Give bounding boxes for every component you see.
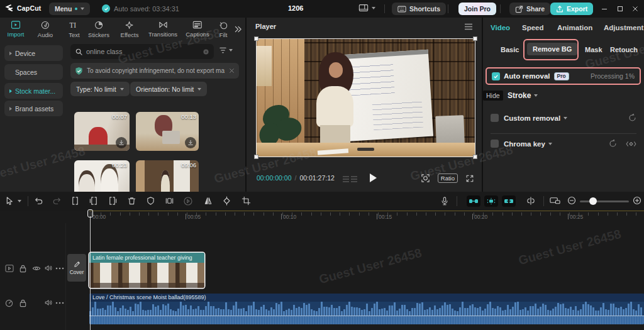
tab-animation[interactable]: Animation bbox=[557, 24, 592, 31]
fullscreen-icon[interactable] bbox=[465, 174, 474, 183]
export-button[interactable]: Export bbox=[550, 3, 593, 15]
select-tool-button[interactable] bbox=[5, 196, 21, 206]
tab-video[interactable]: Video bbox=[491, 24, 510, 31]
sidebar-item-brand-assets[interactable]: Brand assets bbox=[4, 101, 63, 116]
video-preview[interactable] bbox=[257, 39, 475, 157]
record-voiceover-button[interactable] bbox=[440, 196, 449, 206]
share-button[interactable]: Share bbox=[509, 3, 550, 15]
subtab-mask[interactable]: Mask bbox=[585, 46, 602, 53]
stock-clip[interactable]: 09:06 bbox=[136, 160, 199, 192]
close-notice-icon[interactable] bbox=[229, 68, 235, 74]
tab-stickers[interactable]: Stickers bbox=[88, 21, 109, 38]
preview-quality-icon[interactable] bbox=[421, 173, 430, 183]
tab-filters[interactable]: Filt bbox=[219, 21, 228, 38]
lock-track-button[interactable] bbox=[19, 299, 27, 307]
join-pro-button[interactable]: Join Pro bbox=[458, 3, 496, 15]
menu-button[interactable]: Menu bbox=[49, 3, 90, 15]
clear-search-icon[interactable] bbox=[203, 49, 209, 55]
tab-text[interactable]: TI Text bbox=[69, 21, 79, 38]
search-input[interactable]: online class bbox=[70, 44, 214, 59]
close-button[interactable] bbox=[632, 6, 638, 12]
split-view-button[interactable] bbox=[526, 196, 536, 206]
orientation-filter-dropdown[interactable]: Orientation: No limit bbox=[130, 82, 207, 96]
delete-button[interactable] bbox=[127, 196, 136, 206]
maximize-button[interactable] bbox=[617, 6, 623, 12]
stock-clip[interactable]: 00:07 bbox=[74, 112, 130, 151]
rotate-button[interactable] bbox=[222, 196, 231, 206]
mute-track-button[interactable] bbox=[44, 299, 53, 307]
color-picker-icon[interactable] bbox=[626, 140, 636, 148]
subtab-basic[interactable]: Basic bbox=[501, 46, 519, 53]
play-button[interactable] bbox=[370, 173, 377, 182]
tab-effects[interactable]: Effects bbox=[121, 21, 139, 38]
sidebar-item-stock-materials[interactable]: Stock mater... bbox=[4, 83, 63, 99]
zoom-in-button[interactable] bbox=[633, 196, 641, 205]
playhead-handle[interactable] bbox=[87, 209, 93, 217]
sidebar-item-spaces[interactable]: Spaces bbox=[4, 64, 63, 80]
video-clip[interactable]: Latin female professional teacher giving bbox=[89, 253, 204, 288]
audio-clip[interactable]: Love / Christmas scene Moist ballad(8955… bbox=[89, 294, 644, 324]
chroma-key-dropdown[interactable]: Chroma key bbox=[504, 140, 552, 148]
layout-button[interactable] bbox=[358, 4, 375, 12]
tab-import[interactable]: Import bbox=[8, 21, 25, 38]
stock-clip[interactable]: 00:13 bbox=[136, 112, 199, 151]
selection-handle[interactable] bbox=[473, 155, 477, 159]
reset-icon[interactable] bbox=[609, 140, 617, 148]
split-button[interactable] bbox=[70, 196, 80, 206]
stroke-dropdown[interactable]: Stroke bbox=[508, 91, 538, 100]
selection-handle[interactable] bbox=[254, 155, 258, 159]
mirror-button[interactable] bbox=[203, 196, 213, 206]
more-track-options-button[interactable] bbox=[55, 302, 64, 304]
tab-captions[interactable]: Captions bbox=[186, 21, 209, 38]
timeline-view-button[interactable] bbox=[550, 196, 560, 205]
shortcuts-button[interactable]: Shortcuts bbox=[392, 3, 446, 15]
mute-track-button[interactable] bbox=[44, 264, 53, 272]
subtab-remove-bg[interactable]: Remove BG bbox=[527, 43, 577, 55]
link-toggle[interactable] bbox=[502, 195, 516, 207]
redo-button[interactable] bbox=[52, 196, 62, 206]
freeze-frame-button[interactable] bbox=[183, 196, 193, 206]
filter-sort-button[interactable] bbox=[219, 47, 233, 54]
auto-attach-toggle[interactable] bbox=[467, 195, 480, 207]
hide-track-button[interactable] bbox=[32, 265, 41, 272]
tab-transitions[interactable]: Transitions bbox=[148, 21, 177, 38]
minimize-button[interactable] bbox=[601, 6, 608, 12]
selection-handle[interactable] bbox=[473, 36, 477, 41]
mask-button[interactable] bbox=[146, 196, 155, 206]
download-button[interactable] bbox=[185, 137, 196, 148]
reset-icon[interactable] bbox=[628, 114, 636, 122]
type-filter-dropdown[interactable]: Type: No limit bbox=[70, 82, 130, 96]
tab-audio[interactable]: Audio bbox=[38, 21, 53, 38]
more-track-options-button[interactable] bbox=[55, 267, 64, 270]
delete-left-button[interactable] bbox=[89, 196, 99, 206]
player-menu-icon[interactable] bbox=[464, 23, 473, 30]
search-icon bbox=[75, 48, 82, 55]
ruler-tick bbox=[377, 214, 377, 219]
zoom-out-button[interactable] bbox=[567, 196, 576, 205]
expand-tabs-button[interactable] bbox=[234, 25, 242, 33]
sidebar-item-device[interactable]: Device bbox=[4, 45, 63, 61]
download-button[interactable] bbox=[116, 137, 127, 148]
lock-track-button[interactable] bbox=[19, 264, 27, 273]
undo-button[interactable] bbox=[34, 196, 44, 206]
tab-adjustment[interactable]: Adjustment bbox=[604, 24, 644, 31]
crop-button[interactable] bbox=[242, 196, 251, 206]
selection-handle[interactable] bbox=[254, 36, 258, 41]
auto-removal-checkbox[interactable] bbox=[492, 72, 500, 80]
zoom-slider-thumb[interactable] bbox=[589, 197, 597, 205]
sidebar-item-label: Brand assets bbox=[15, 105, 53, 113]
tab-speed[interactable]: Speed bbox=[522, 24, 544, 31]
cover-button[interactable]: Cover bbox=[67, 254, 86, 282]
custom-removal-dropdown[interactable]: Custom removal bbox=[504, 114, 567, 122]
overlay-button[interactable] bbox=[165, 196, 174, 206]
chroma-key-checkbox[interactable] bbox=[491, 140, 499, 148]
delete-right-button[interactable] bbox=[108, 196, 117, 206]
magnetic-snap-toggle[interactable] bbox=[484, 195, 498, 207]
clip-duration: 00:13 bbox=[181, 113, 196, 120]
ratio-button[interactable]: Ratio bbox=[438, 173, 458, 183]
custom-removal-checkbox[interactable] bbox=[491, 114, 499, 122]
timeline-zoom-slider[interactable] bbox=[580, 201, 629, 202]
stock-clip[interactable]: 00:23 bbox=[74, 160, 130, 192]
subtab-retouch[interactable]: Retouch bbox=[610, 46, 638, 53]
playhead-line[interactable] bbox=[90, 216, 91, 330]
